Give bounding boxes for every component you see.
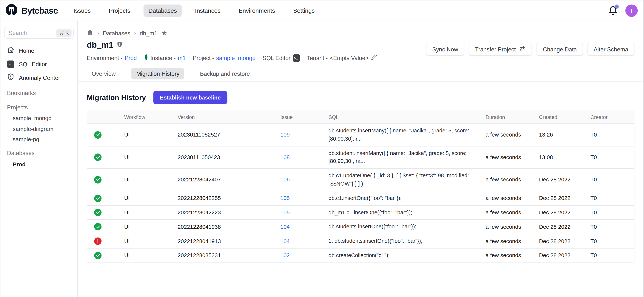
tenant-label: Tenant - <box>307 55 328 61</box>
version-cell: 20230111050423 <box>178 154 280 160</box>
column-header-duration: Duration <box>486 114 539 120</box>
top-nav: Bytebase Issues Projects Databases Insta… <box>0 0 644 21</box>
creator-cell: T0 <box>590 224 634 230</box>
breadcrumb-home-icon[interactable] <box>87 29 93 37</box>
sidebar-item-label: SQL Editor <box>19 61 47 67</box>
nav-item-settings[interactable]: Settings <box>288 4 320 17</box>
app-window: Bytebase Issues Projects Databases Insta… <box>0 0 644 297</box>
instance-link[interactable]: m1 <box>178 55 186 61</box>
workflow-cell: UI <box>124 209 178 216</box>
version-cell: 20221228042255 <box>178 195 280 201</box>
creator-cell: T0 <box>590 195 634 201</box>
nav-item-environments[interactable]: Environments <box>234 4 280 17</box>
database-tabs: Overview Migration History Backup and re… <box>78 68 644 82</box>
creator-cell: T0 <box>590 209 634 216</box>
nav-item-databases[interactable]: Databases <box>144 4 182 17</box>
sidebar-project-sample-pg[interactable]: sample-pg <box>0 134 77 145</box>
home-icon <box>7 46 14 55</box>
user-avatar[interactable]: T <box>625 4 638 17</box>
column-header-creator: Creator <box>590 114 634 120</box>
section-title: Migration History <box>87 93 146 102</box>
notification-bell-icon[interactable] <box>608 6 618 16</box>
created-cell: Dec 28 2022 <box>539 252 590 258</box>
notification-dot <box>615 4 619 9</box>
environment-link[interactable]: Prod <box>125 55 137 61</box>
workflow-cell: UI <box>124 238 178 244</box>
establish-new-baseline-button[interactable]: Establish new baseline <box>153 91 227 104</box>
bookmark-star-icon[interactable]: ★ <box>161 30 168 37</box>
sql-cell: db_m1.c1.insertOne({"foo": "bar"}); <box>328 205 486 219</box>
brand-name: Bytebase <box>21 6 58 16</box>
bytebase-logo[interactable]: Bytebase <box>6 4 58 18</box>
status-icon: ! <box>94 252 102 259</box>
main-content: › Databases › db_m1 ★ db_m1 <box>78 21 644 297</box>
version-cell: 20221228041938 <box>178 224 280 230</box>
nav-item-instances[interactable]: Instances <box>190 4 226 17</box>
sidebar-item-anomaly-center[interactable]: Anomaly Center <box>0 71 77 84</box>
transfer-project-button[interactable]: Transfer Project <box>469 43 532 56</box>
meta-sql-editor: SQL Editor >_ <box>262 54 300 62</box>
issue-link[interactable]: 102 <box>280 252 290 258</box>
issue-link[interactable]: 105 <box>280 195 290 201</box>
sidebar: ⌘ K Home >_ SQL Editor <box>0 21 78 297</box>
column-header-workflow: Workflow <box>124 114 178 120</box>
mongodb-leaf-icon <box>144 54 148 62</box>
tab-migration-history[interactable]: Migration History <box>132 68 184 80</box>
sql-cell: db.c1.insertOne({"foo": "bar"}); <box>328 191 486 205</box>
issue-link[interactable]: 104 <box>280 238 290 244</box>
sidebar-database-prod[interactable]: Prod <box>0 159 77 169</box>
project-link[interactable]: sample_mongo <box>216 55 256 61</box>
sync-now-button[interactable]: Sync Now <box>426 43 464 56</box>
table-row[interactable]: ! UI 20221228041913 104 1. db.students.i… <box>87 234 634 248</box>
workflow-cell: UI <box>124 195 178 201</box>
table-row[interactable]: ! UI 20230111050423 108 db.student.inser… <box>87 146 634 168</box>
tab-backup-and-restore[interactable]: Backup and restore <box>195 68 255 80</box>
table-row[interactable]: ! UI 20221228042223 105 db_m1.c1.insertO… <box>87 205 634 220</box>
edit-pencil-icon[interactable] <box>371 54 377 62</box>
table-row[interactable]: ! UI 20221228035331 102 db.createCollect… <box>87 248 634 262</box>
tab-overview[interactable]: Overview <box>87 68 120 80</box>
tenant-value: <Empty Value> <box>330 55 369 61</box>
status-icon: ! <box>94 194 102 202</box>
change-data-button[interactable]: Change Data <box>537 43 583 56</box>
issue-link[interactable]: 106 <box>280 177 290 183</box>
sidebar-section-projects: Projects <box>0 101 77 113</box>
table-row[interactable]: ! UI 20221228042407 106 db.c1.updateOne(… <box>87 168 634 191</box>
nav-item-issues[interactable]: Issues <box>68 4 96 17</box>
sidebar-item-home[interactable]: Home <box>0 44 77 57</box>
search-input[interactable] <box>8 29 56 36</box>
bytebase-logo-icon <box>6 4 18 18</box>
duration-cell: a few seconds <box>486 238 539 244</box>
sql-cell: db.c1.updateOne( { _id: 3 }, [ { $set: {… <box>328 169 486 191</box>
issue-link[interactable]: 104 <box>280 224 290 230</box>
created-cell: Dec 28 2022 <box>539 224 590 230</box>
sql-editor-terminal-icon[interactable]: >_ <box>292 54 300 62</box>
sidebar-project-sample-diagram[interactable]: sample-diagram <box>0 124 77 134</box>
breadcrumb-db-m1[interactable]: db_m1 <box>140 30 157 37</box>
issue-link[interactable]: 105 <box>280 209 290 216</box>
breadcrumb-databases[interactable]: Databases <box>103 30 130 37</box>
sidebar-item-sql-editor[interactable]: >_ SQL Editor <box>0 57 77 71</box>
alter-schema-button[interactable]: Alter Schema <box>588 43 634 56</box>
sql-cell: db.createCollection("c1"); <box>328 248 486 262</box>
workflow-cell: UI <box>124 154 178 160</box>
shield-alert-icon <box>7 73 14 82</box>
version-cell: 20230111052527 <box>178 132 280 138</box>
sidebar-item-label: Anomaly Center <box>19 74 60 81</box>
created-cell: 13:26 <box>539 132 590 138</box>
sql-editor-label: SQL Editor <box>262 55 290 61</box>
table-row[interactable]: ! UI 20221228041938 104 db.students.inse… <box>87 219 634 234</box>
creator-cell: T0 <box>590 252 634 258</box>
issue-link[interactable]: 108 <box>280 154 290 160</box>
nav-item-projects[interactable]: Projects <box>104 4 135 17</box>
table-row[interactable]: ! UI 20230111052527 109 db.students.inse… <box>87 123 634 146</box>
database-meta: Environment - Prod Instance - <box>87 54 377 62</box>
duration-cell: a few seconds <box>486 209 539 216</box>
column-header-issue: Issue <box>280 114 328 120</box>
created-cell: Dec 28 2022 <box>539 238 590 244</box>
creator-cell: T0 <box>590 238 634 244</box>
table-row[interactable]: ! UI 20221228042255 105 db.c1.insertOne(… <box>87 191 634 205</box>
sidebar-project-sample-mongo[interactable]: sample_mongo <box>0 113 77 124</box>
issue-link[interactable]: 109 <box>280 132 290 138</box>
meta-instance: Instance - m1 <box>144 54 186 62</box>
